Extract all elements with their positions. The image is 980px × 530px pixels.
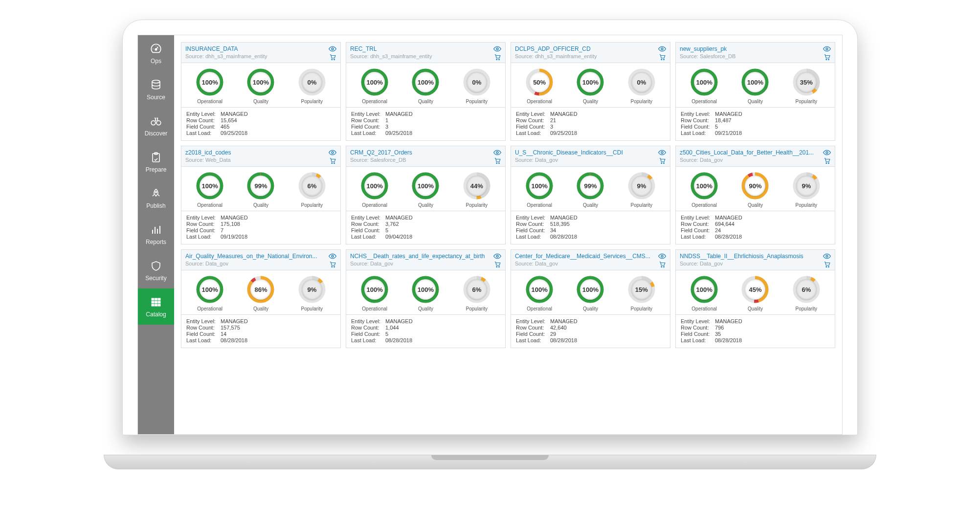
eye-icon[interactable] (658, 253, 666, 260)
cart-icon[interactable] (658, 157, 666, 164)
card-title-link[interactable]: new_suppliers_pk (680, 45, 820, 52)
card-title-link[interactable]: DCLPS_ADP_OFFICER_CD (515, 45, 655, 52)
sidebar-item-catalog[interactable]: Catalog (138, 288, 174, 325)
eye-icon[interactable] (329, 149, 336, 156)
gauge-icon (149, 42, 163, 56)
gauge-operational: 100% Operational (514, 275, 565, 311)
cart-icon[interactable] (329, 261, 336, 268)
cart-icon[interactable] (658, 54, 666, 61)
card-source: Source: Salesforce_DB (350, 157, 490, 163)
gauge-value: 44% (467, 176, 487, 196)
stat-value: 465 (221, 124, 229, 130)
catalog-content: INSURANCE_DATA Source: dhh_s3_mainframe_… (174, 35, 842, 434)
eye-icon[interactable] (823, 45, 831, 52)
gauge-operational: 100% Operational (185, 172, 235, 208)
stat-value: 1,044 (385, 325, 399, 331)
cart-icon[interactable] (823, 54, 831, 61)
card-header: Air_Quality_Measures_on_the_National_Env… (181, 250, 340, 270)
gauge-quality: 99% Quality (565, 172, 616, 208)
stat-value: 09/04/2018 (385, 234, 412, 240)
stat-value: MANAGED (221, 111, 248, 117)
cart-icon[interactable] (493, 261, 501, 268)
stat-value: 5 (715, 124, 718, 130)
card-title-link[interactable]: NCHS__Death_rates_and_life_expectancy_at… (350, 253, 490, 260)
card-stats: Entity Level:MANAGED Row Count:175,108 F… (181, 211, 340, 244)
card-title-link[interactable]: REC_TRL (350, 45, 490, 52)
gauge-label: Quality (730, 306, 780, 311)
cart-icon[interactable] (658, 261, 666, 268)
stat-key: Last Load: (516, 234, 550, 240)
card-header: DCLPS_ADP_OFFICER_CD Source: dhh_s3_main… (511, 43, 670, 63)
cart-icon[interactable] (493, 54, 501, 61)
card-title-link[interactable]: CRM_Q2_2017_Orders (350, 149, 490, 156)
eye-icon[interactable] (658, 45, 666, 52)
stat-value: 18,487 (715, 117, 732, 123)
eye-icon[interactable] (493, 253, 501, 260)
gauge-quality: 100% Quality (236, 68, 286, 104)
sidebar-item-prepare[interactable]: Prepare (138, 144, 174, 180)
gauge-value: 50% (529, 72, 550, 92)
cart-icon[interactable] (493, 157, 501, 164)
cart-icon[interactable] (329, 54, 336, 61)
sidebar-item-source[interactable]: Source (138, 71, 174, 108)
stat-key: Entity Level: (351, 318, 385, 324)
eye-icon[interactable] (823, 253, 831, 260)
stat-key: Row Count: (516, 221, 550, 227)
stat-value: 09/25/2018 (385, 130, 412, 136)
card-header: new_suppliers_pk Source: Salesforce_DB (676, 43, 835, 63)
svg-point-17 (332, 59, 333, 60)
svg-rect-14 (155, 304, 157, 306)
card-title-link[interactable]: INSURANCE_DATA (185, 45, 326, 52)
card-source: Source: Data_gov (515, 157, 655, 163)
card-stats: Entity Level:MANAGED Row Count:1 Field C… (346, 107, 505, 140)
sidebar-item-publish[interactable]: Publish (138, 180, 174, 216)
stat-value: 09/25/2018 (221, 130, 247, 136)
gauge-operational: 100% Operational (350, 68, 400, 104)
stat-value: 09/25/2018 (550, 130, 577, 136)
shield-icon (149, 259, 163, 273)
card-title-link[interactable]: z500_Cities_Local_Data_for_Better_Health… (680, 149, 820, 156)
card-source: Source: Data_gov (680, 261, 820, 266)
eye-icon[interactable] (658, 149, 666, 156)
stat-value: 796 (715, 325, 724, 331)
eye-icon[interactable] (329, 253, 336, 260)
card-title-link[interactable]: U_S__Chronic_Disease_Indicators__CDI (515, 149, 655, 156)
card-title-link[interactable]: Center_for_Medicare__Medicaid_Services__… (515, 253, 655, 260)
stat-key: Field Count: (516, 124, 550, 130)
gauge-value: 100% (694, 279, 714, 300)
gauge-operational: 100% Operational (679, 68, 730, 104)
svg-point-76 (661, 163, 662, 164)
card-title-link[interactable]: NNDSS__Table_II__Ehrlichiosis_Anaplasmos… (680, 253, 820, 260)
svg-point-16 (332, 48, 334, 50)
eye-icon[interactable] (329, 45, 336, 52)
gauge-value: 9% (631, 176, 652, 196)
sidebar-item-discover[interactable]: Discover (138, 108, 174, 144)
eye-icon[interactable] (493, 149, 501, 156)
gauge-popularity: 9% Popularity (616, 172, 667, 208)
gauge-label: Operational (679, 202, 730, 208)
cart-icon[interactable] (329, 157, 336, 164)
gauge-value: 100% (364, 279, 385, 300)
stat-value: 35 (715, 331, 721, 337)
stat-key: Entity Level: (516, 318, 550, 324)
eye-icon[interactable] (493, 45, 501, 52)
stat-value: 09/19/2018 (221, 234, 247, 240)
sidebar-item-ops[interactable]: Ops (138, 35, 174, 71)
stat-key: Row Count: (516, 325, 550, 331)
sidebar-item-reports[interactable]: Reports (138, 216, 174, 252)
cart-icon[interactable] (823, 157, 831, 164)
eye-icon[interactable] (823, 149, 831, 156)
stat-value: 15,654 (221, 117, 237, 123)
card-title-link[interactable]: Air_Quality_Measures_on_the_National_Env… (185, 253, 326, 260)
gauge-label: Popularity (616, 202, 667, 208)
cart-icon[interactable] (823, 261, 831, 268)
gauge-label: Popularity (451, 202, 502, 208)
sidebar: Ops Source Discover Prepare (138, 35, 174, 434)
sidebar-item-security[interactable]: Security (138, 252, 174, 288)
gauge-label: Popularity (451, 99, 502, 104)
gauge-popularity: 0% Popularity (616, 68, 667, 104)
card-header: z500_Cities_Local_Data_for_Better_Health… (676, 146, 835, 167)
svg-point-87 (826, 163, 827, 164)
stat-key: Field Count: (186, 331, 221, 337)
card-title-link[interactable]: z2018_icd_codes (185, 149, 326, 156)
